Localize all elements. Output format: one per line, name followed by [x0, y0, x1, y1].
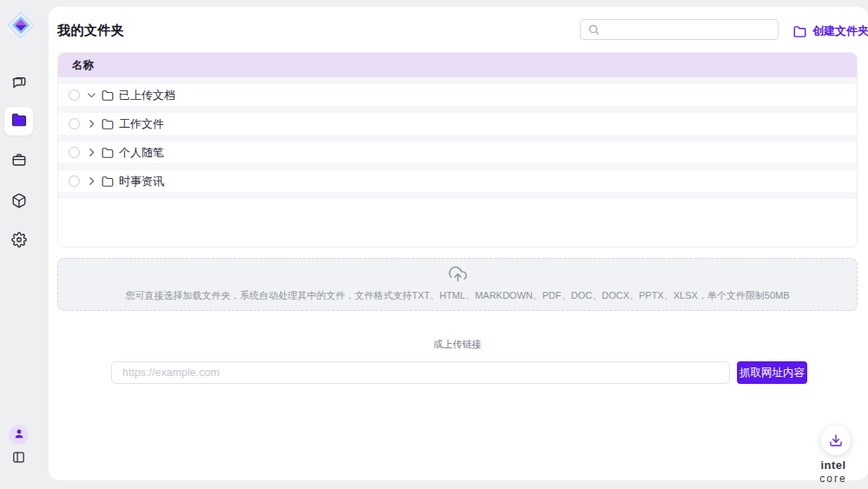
- create-folder-label: 创建文件夹: [812, 23, 868, 39]
- sidebar-item-folders[interactable]: [4, 107, 33, 135]
- sidebar: [0, 0, 49, 489]
- upload-dropzone[interactable]: 您可直接选择加载文件夹，系统自动处理其中的文件，文件格式支持TXT、HTML、M…: [57, 258, 858, 311]
- gear-icon: [11, 232, 27, 251]
- upload-caption: 您可直接选择加载文件夹，系统自动处理其中的文件，文件格式支持TXT、HTML、M…: [58, 289, 857, 302]
- cube-icon: [11, 193, 27, 212]
- table-row[interactable]: 已上传文档: [58, 77, 857, 106]
- app-logo: [6, 10, 36, 40]
- chevron-right-icon[interactable]: [85, 175, 97, 188]
- folder-icon: [102, 175, 114, 188]
- folder-icon: [102, 89, 114, 102]
- folder-name: 个人随笔: [119, 145, 164, 161]
- sidebar-item-models[interactable]: [4, 188, 33, 216]
- folder-table: 名称 已上传文档 工作文: [57, 52, 858, 248]
- collapse-panel-icon: [11, 450, 26, 468]
- folder-name: 时事资讯: [119, 174, 164, 189]
- chat-icon: [11, 75, 27, 94]
- core-text: core: [819, 472, 846, 485]
- link-upload-label: 或上传链接: [57, 338, 858, 351]
- sidebar-item-toolbox[interactable]: [4, 147, 33, 175]
- user-avatar-icon: [13, 427, 25, 443]
- intel-text: intel: [820, 459, 845, 472]
- row-checkbox[interactable]: [69, 118, 80, 129]
- chevron-right-icon[interactable]: [85, 118, 97, 130]
- create-folder-button[interactable]: 创建文件夹: [793, 23, 868, 39]
- row-separator: [58, 192, 857, 199]
- folder-icon: [102, 147, 114, 159]
- download-icon: [829, 433, 843, 447]
- user-avatar[interactable]: [9, 425, 29, 445]
- sidebar-item-chat[interactable]: [4, 69, 33, 98]
- folder-plus-icon: [793, 25, 806, 38]
- intel-core-logo: intel core ULTRA: [806, 459, 861, 489]
- collapse-sidebar-button[interactable]: [10, 450, 28, 468]
- url-input[interactable]: [111, 361, 730, 384]
- table-column-header: 名称: [58, 53, 857, 77]
- download-fab-button[interactable]: [821, 426, 851, 455]
- search-icon: [588, 23, 600, 36]
- search-box[interactable]: [580, 19, 779, 40]
- search-input[interactable]: [605, 21, 778, 38]
- table-row[interactable]: 时事资讯: [58, 163, 857, 192]
- page-title: 我的文件夹: [57, 23, 125, 39]
- table-row[interactable]: 个人随笔: [58, 135, 857, 163]
- row-checkbox[interactable]: [69, 147, 80, 158]
- briefcase-icon: [11, 152, 27, 171]
- table-row[interactable]: 工作文件: [58, 106, 857, 135]
- folder-name: 工作文件: [119, 116, 164, 132]
- sidebar-item-settings[interactable]: [4, 227, 33, 255]
- fetch-url-button[interactable]: 抓取网址内容: [737, 361, 807, 384]
- folder-name: 已上传文档: [119, 88, 175, 103]
- folder-icon: [102, 118, 114, 130]
- folder-icon: [11, 112, 27, 131]
- row-checkbox[interactable]: [69, 175, 80, 187]
- cloud-upload-icon: [58, 265, 857, 287]
- chevron-down-icon[interactable]: [85, 89, 97, 102]
- chevron-right-icon[interactable]: [85, 147, 97, 159]
- row-checkbox[interactable]: [69, 89, 80, 101]
- main-panel: 我的文件夹 创建文件夹 名称: [49, 7, 868, 480]
